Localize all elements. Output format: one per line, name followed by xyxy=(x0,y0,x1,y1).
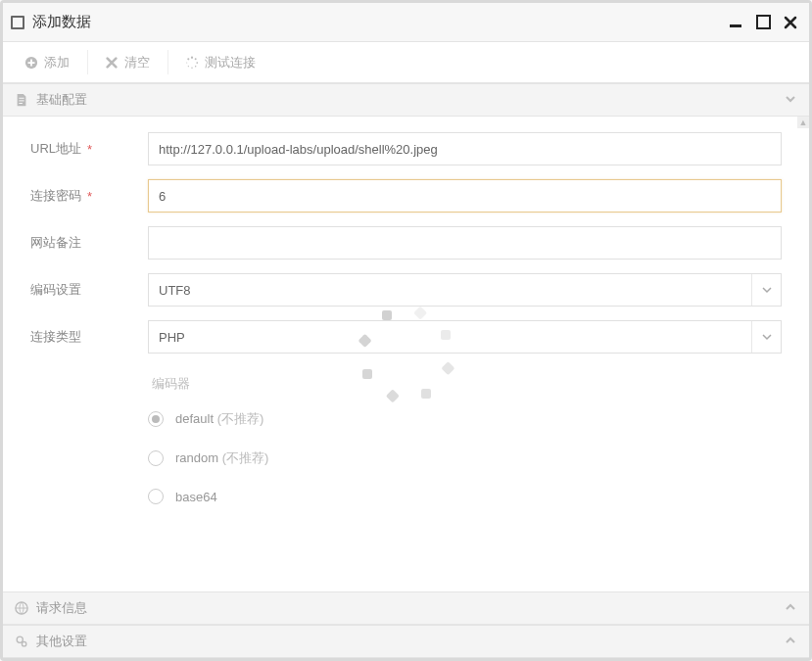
section-basic-title: 基础配置 xyxy=(36,91,87,109)
test-connection-button[interactable]: 测试连接 xyxy=(167,42,273,82)
chevron-down-icon xyxy=(751,321,781,353)
row-encoding: 编码设置 UTF8 xyxy=(30,273,782,307)
toolbar: 添加 清空 测试连接 xyxy=(3,42,809,83)
svg-point-7 xyxy=(186,62,187,63)
note-input[interactable] xyxy=(148,226,782,260)
svg-point-10 xyxy=(17,637,23,642)
window-icon xyxy=(11,16,24,29)
svg-point-11 xyxy=(22,641,25,645)
clear-button-label: 清空 xyxy=(124,54,150,71)
section-request-title: 请求信息 xyxy=(36,599,87,617)
chevron-up-icon xyxy=(784,600,797,617)
dialog-window: 添加数据 添加 清空 xyxy=(0,0,812,661)
row-note: 网站备注 xyxy=(30,226,782,260)
type-select[interactable]: PHP xyxy=(148,320,782,354)
encoder-option-hint: (不推荐) xyxy=(217,411,264,426)
encoding-label: 编码设置 xyxy=(30,281,81,299)
url-label: URL地址 xyxy=(30,140,81,158)
section-other-title: 其他设置 xyxy=(36,633,87,650)
svg-point-8 xyxy=(187,58,189,60)
encoder-title: 编码器 xyxy=(148,375,782,393)
svg-point-4 xyxy=(195,65,197,67)
row-type: 连接类型 PHP xyxy=(30,320,782,354)
titlebar: 添加数据 xyxy=(3,3,809,42)
window-close-button[interactable] xyxy=(780,12,801,33)
url-input[interactable] xyxy=(148,132,782,165)
encoder-option-label: default xyxy=(175,411,214,426)
required-mark: * xyxy=(87,189,92,204)
svg-point-6 xyxy=(188,66,189,67)
svg-point-1 xyxy=(191,56,193,58)
scroll-up-arrow[interactable]: ▲ xyxy=(797,117,809,128)
row-password: 连接密码 * xyxy=(30,179,782,212)
encoder-option-base64[interactable]: base64 xyxy=(148,489,782,504)
type-value: PHP xyxy=(159,330,185,345)
add-button[interactable]: 添加 xyxy=(7,42,87,82)
row-url: URL地址 * xyxy=(30,132,782,165)
encoder-option-label: base64 xyxy=(175,490,217,504)
svg-point-2 xyxy=(195,58,197,60)
encoder-option-label: random xyxy=(175,450,218,465)
encoder-option-hint: (不推荐) xyxy=(222,450,269,465)
svg-point-3 xyxy=(196,62,198,64)
window-maximize-button[interactable] xyxy=(752,12,774,33)
encoder-option-random[interactable]: random (不推荐) xyxy=(148,449,782,467)
required-mark: * xyxy=(87,142,92,157)
password-input[interactable] xyxy=(148,179,782,212)
radio-icon xyxy=(148,450,164,466)
window-minimize-button[interactable] xyxy=(725,12,746,33)
plus-circle-icon xyxy=(24,56,38,70)
add-button-label: 添加 xyxy=(44,54,70,71)
x-icon xyxy=(105,56,119,70)
radio-icon xyxy=(148,411,164,427)
note-label: 网站备注 xyxy=(30,234,81,252)
encoder-block: 编码器 default (不推荐) random (不推荐) xyxy=(148,367,782,504)
section-other-header[interactable]: 其他设置 xyxy=(3,625,809,658)
section-basic-header[interactable]: 基础配置 xyxy=(3,83,809,117)
spinner-icon xyxy=(185,56,199,70)
document-icon xyxy=(15,93,28,107)
password-label: 连接密码 xyxy=(30,187,81,205)
radio-icon xyxy=(148,489,164,504)
browser-icon xyxy=(15,601,28,615)
gears-icon xyxy=(15,635,28,648)
section-request-header[interactable]: 请求信息 xyxy=(3,591,809,625)
clear-button[interactable]: 清空 xyxy=(87,42,167,82)
test-connection-label: 测试连接 xyxy=(205,54,256,71)
svg-point-5 xyxy=(191,67,192,68)
encoding-value: UTF8 xyxy=(159,283,191,298)
encoding-select[interactable]: UTF8 xyxy=(148,273,782,307)
encoder-option-default[interactable]: default (不推荐) xyxy=(148,410,782,428)
chevron-down-icon xyxy=(784,92,797,109)
form-scroll-area[interactable]: ▲ URL地址 * 连接密码 * xyxy=(3,117,809,591)
chevron-down-icon xyxy=(751,274,781,306)
chevron-up-icon xyxy=(784,634,797,650)
window-title: 添加数据 xyxy=(32,13,91,31)
type-label: 连接类型 xyxy=(30,328,81,346)
